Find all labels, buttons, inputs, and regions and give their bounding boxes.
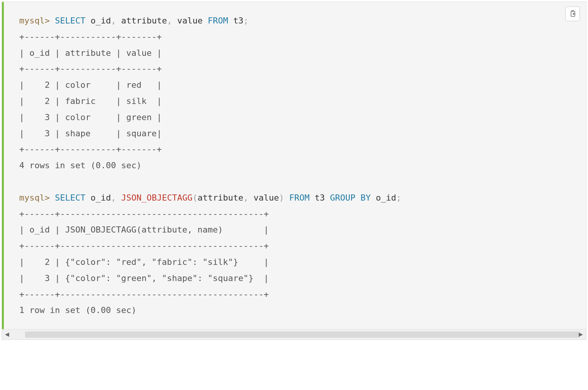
scrollbar-track — [25, 331, 580, 338]
keyword-from: FROM — [208, 16, 228, 25]
function-json-objectagg: JSON_OBJECTAGG — [121, 193, 192, 203]
table-sep: +------+--------------------------------… — [19, 241, 269, 251]
table-sep: +------+--------------------------------… — [19, 290, 269, 299]
column-o_id: o_id — [90, 193, 111, 203]
table-sep: +------+--------------------------------… — [19, 209, 269, 219]
table-t3: t3 — [315, 193, 325, 203]
column-attribute: attribute — [121, 16, 167, 25]
copy-button[interactable] — [565, 7, 580, 21]
table-sep: +------+-----------+-------+ — [19, 144, 162, 154]
mysql-prompt: mysql> — [19, 193, 50, 203]
keyword-group: GROUP — [330, 193, 355, 203]
horizontal-scrollbar[interactable]: ◀ ▶ — [2, 329, 586, 340]
code-block: mysql> SELECT o_id, attribute, value FRO… — [2, 2, 586, 340]
mysql-prompt: mysql> — [19, 16, 50, 25]
scroll-right-icon: ▶ — [579, 331, 583, 338]
table-row: | 2 | color | red | — [19, 80, 162, 90]
arg-attribute: attribute — [198, 193, 243, 203]
table-row: | 3 | {"color": "green", "shape": "squar… — [19, 273, 269, 283]
table-row: | 2 | fabric | silk | — [19, 96, 162, 106]
sql-output: mysql> SELECT o_id, attribute, value FRO… — [4, 2, 586, 329]
column-value: value — [177, 16, 203, 25]
clipboard-icon — [569, 10, 576, 18]
table-t3: t3 — [233, 16, 243, 25]
table-row: | 3 | color | green | — [19, 112, 162, 122]
keyword-from: FROM — [289, 193, 310, 203]
semicolon: ; — [243, 16, 248, 25]
column-o_id: o_id — [90, 16, 111, 25]
keyword-by: BY — [361, 193, 371, 203]
result-footer: 4 rows in set (0.00 sec) — [19, 161, 142, 170]
table-row: | 2 | {"color": "red", "fabric": "silk"}… — [19, 257, 269, 267]
scroll-left-icon: ◀ — [5, 331, 9, 338]
group-col: o_id — [376, 193, 396, 203]
table-sep: +------+-----------+-------+ — [19, 64, 162, 74]
table-sep: +------+-----------+-------+ — [19, 32, 162, 42]
table-header: | o_id | JSON_OBJECTAGG(attribute, name)… — [19, 225, 269, 234]
keyword-select: SELECT — [55, 16, 85, 25]
code-scroll-area[interactable]: mysql> SELECT o_id, attribute, value FRO… — [2, 2, 586, 329]
keyword-select: SELECT — [55, 193, 85, 203]
table-header: | o_id | attribute | value | — [19, 48, 162, 58]
semicolon: ; — [396, 193, 401, 203]
table-row: | 3 | shape | square| — [19, 129, 162, 138]
arg-value: value — [253, 193, 279, 203]
result-footer: 1 row in set (0.00 sec) — [19, 305, 137, 315]
